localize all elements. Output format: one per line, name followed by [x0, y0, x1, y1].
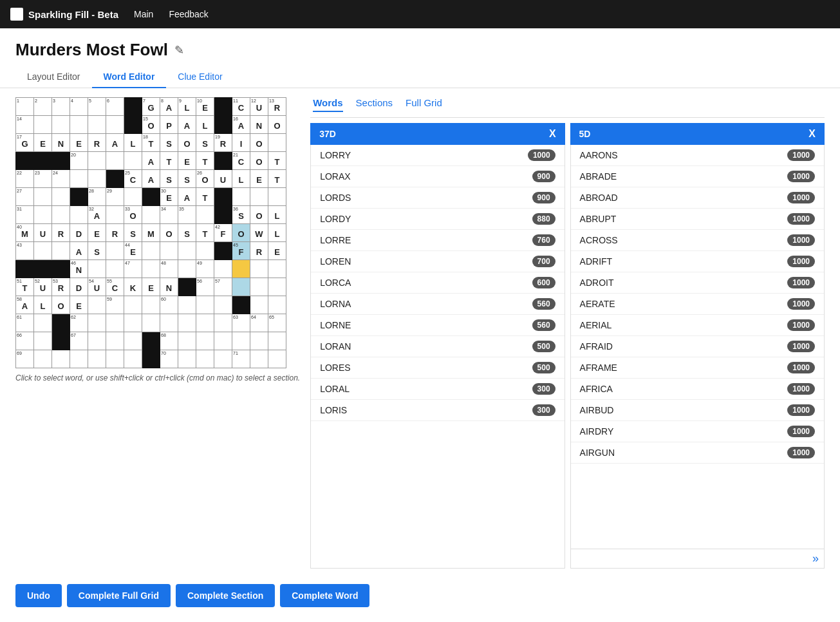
list-item[interactable]: ABRADE1000 [571, 166, 824, 187]
table-row[interactable]: L [268, 206, 286, 224]
list-item[interactable]: LORAX900 [311, 166, 564, 187]
list-item[interactable]: LOREN700 [311, 251, 564, 272]
table-row[interactable] [52, 332, 70, 350]
table-row[interactable]: 57 [214, 278, 232, 296]
tab-layout-editor[interactable]: Layout Editor [15, 66, 92, 88]
table-row[interactable]: N [160, 278, 178, 296]
table-row[interactable]: 40M [16, 224, 34, 242]
nav-main[interactable]: Main [134, 9, 153, 19]
table-row[interactable] [178, 296, 196, 314]
table-row[interactable] [268, 188, 286, 206]
panel-tab-words[interactable]: Words [313, 97, 342, 112]
table-row[interactable]: 22 [16, 170, 34, 188]
table-row[interactable]: 63 [232, 314, 250, 332]
table-row[interactable] [88, 116, 106, 134]
table-row[interactable] [16, 260, 34, 278]
table-row[interactable] [268, 134, 286, 152]
nav-feedback[interactable]: Feedback [169, 9, 208, 19]
crossword-grid[interactable]: 1234567G8A9L10E11C12U13R1415OPAL16ANO17G… [15, 97, 286, 368]
table-row[interactable] [268, 296, 286, 314]
table-row[interactable]: A [70, 242, 88, 260]
table-row[interactable]: 53R [52, 278, 70, 296]
list-item[interactable]: AIRGUN1000 [571, 442, 824, 464]
table-row[interactable]: R [88, 134, 106, 152]
table-row[interactable] [142, 332, 160, 350]
table-row[interactable] [52, 260, 70, 278]
list-item[interactable]: AFRICA1000 [571, 379, 824, 400]
list-item[interactable]: LORAL300 [311, 379, 564, 400]
list-item[interactable]: ADRIFT1000 [571, 251, 824, 272]
table-row[interactable] [214, 116, 232, 134]
table-row[interactable]: 14 [16, 116, 34, 134]
table-row[interactable]: S [160, 134, 178, 152]
table-row[interactable] [214, 152, 232, 170]
table-row[interactable] [124, 188, 142, 206]
table-row[interactable]: 47 [124, 260, 142, 278]
table-row[interactable] [268, 350, 286, 368]
table-row[interactable] [214, 314, 232, 332]
col1-close[interactable]: X [549, 128, 556, 140]
table-row[interactable] [142, 260, 160, 278]
table-row[interactable] [52, 152, 70, 170]
list-item[interactable]: LORES500 [311, 357, 564, 379]
list-item[interactable]: ABROAD1000 [571, 187, 824, 209]
table-row[interactable]: L [34, 296, 52, 314]
table-row[interactable]: 48 [160, 260, 178, 278]
table-row[interactable]: 15O [142, 116, 160, 134]
table-row[interactable] [196, 314, 214, 332]
undo-button[interactable]: Undo [15, 584, 62, 607]
table-row[interactable]: 16A [232, 116, 250, 134]
table-row[interactable] [106, 260, 124, 278]
table-row[interactable]: 29 [106, 188, 124, 206]
table-row[interactable]: 6 [106, 98, 124, 116]
table-row[interactable]: 33O [124, 206, 142, 224]
table-row[interactable] [70, 170, 88, 188]
table-row[interactable]: O [268, 116, 286, 134]
table-row[interactable] [214, 332, 232, 350]
table-row[interactable] [124, 314, 142, 332]
list-item[interactable]: AFRAID1000 [571, 336, 824, 357]
table-row[interactable] [106, 152, 124, 170]
table-row[interactable] [196, 296, 214, 314]
table-row[interactable] [268, 260, 286, 278]
table-row[interactable]: 35 [178, 206, 196, 224]
list-item[interactable]: ABRUPT1000 [571, 209, 824, 230]
table-row[interactable] [106, 332, 124, 350]
table-row[interactable] [34, 116, 52, 134]
table-row[interactable]: 5 [88, 98, 106, 116]
list-item[interactable]: LORRY1000 [311, 145, 564, 166]
table-row[interactable]: 49 [196, 260, 214, 278]
table-row[interactable]: A [178, 188, 196, 206]
complete-section-button[interactable]: Complete Section [176, 584, 275, 607]
table-row[interactable]: E [268, 242, 286, 260]
table-row[interactable]: A [178, 116, 196, 134]
edit-icon[interactable]: ✎ [174, 43, 184, 57]
table-row[interactable] [178, 332, 196, 350]
table-row[interactable] [196, 350, 214, 368]
table-row[interactable] [250, 260, 268, 278]
table-row[interactable]: S [88, 242, 106, 260]
table-row[interactable] [142, 314, 160, 332]
table-row[interactable]: 56 [196, 278, 214, 296]
table-row[interactable]: O [232, 224, 250, 242]
table-row[interactable]: 25C [124, 170, 142, 188]
table-row[interactable]: S [196, 134, 214, 152]
table-row[interactable] [124, 350, 142, 368]
table-row[interactable] [250, 278, 268, 296]
table-row[interactable] [214, 350, 232, 368]
panel-tab-sections[interactable]: Sections [356, 97, 393, 112]
table-row[interactable]: 7G [142, 98, 160, 116]
table-row[interactable] [88, 260, 106, 278]
list-item[interactable]: LORAN500 [311, 336, 564, 357]
table-row[interactable]: 43 [16, 242, 34, 260]
table-row[interactable]: 59 [106, 296, 124, 314]
table-row[interactable]: 65 [268, 314, 286, 332]
table-row[interactable]: E [88, 224, 106, 242]
table-row[interactable] [16, 152, 34, 170]
table-row[interactable]: 45F [232, 242, 250, 260]
table-row[interactable]: 12U [250, 98, 268, 116]
table-row[interactable]: N [52, 134, 70, 152]
table-row[interactable]: 20 [70, 152, 88, 170]
table-row[interactable] [196, 206, 214, 224]
list-item[interactable]: AARONS1000 [571, 145, 824, 166]
